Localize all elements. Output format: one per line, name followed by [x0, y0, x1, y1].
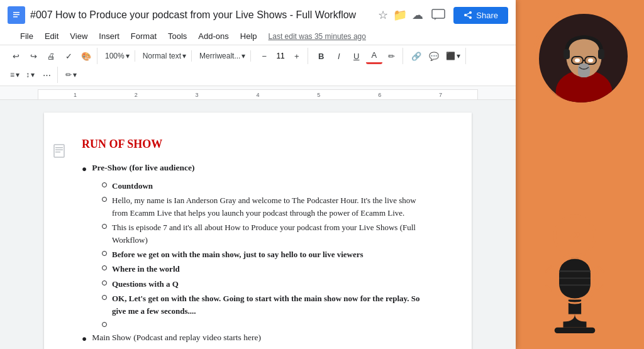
list-item: Where in the world — [102, 263, 434, 275]
svg-rect-13 — [55, 152, 60, 153]
style-value: Normal text — [143, 52, 181, 60]
text-color-button[interactable]: A — [366, 48, 382, 64]
style-dropdown[interactable]: Normal text ▾ — [140, 50, 189, 62]
bullet-dot: ● — [82, 332, 87, 346]
svg-rect-35 — [569, 299, 581, 314]
image-dropdown[interactable]: ⬛▾ — [443, 50, 463, 62]
document-page: RUN OF SHOW ● Pre-Show (for live audienc… — [44, 113, 472, 349]
document-title: #007 How to Produce your podcast from yo… — [30, 9, 373, 21]
document-area: RUN OF SHOW ● Pre-Show (for live audienc… — [0, 100, 516, 349]
menu-help[interactable]: Help — [235, 29, 262, 43]
spellcheck-button[interactable]: ✓ — [60, 48, 77, 64]
sub-item-label: OK, Let's get on with the show. Going to… — [112, 292, 434, 318]
svg-rect-2 — [13, 14, 19, 16]
comment-icon[interactable] — [428, 5, 448, 25]
list-item — [102, 319, 434, 327]
svg-rect-19 — [564, 49, 570, 59]
paint-format-button[interactable]: 🎨 — [78, 48, 94, 64]
toolbar-style-group: Normal text ▾ — [138, 50, 192, 62]
toolbar-zoom-group: 100% ▾ — [100, 50, 135, 62]
menu-addons[interactable]: Add-ons — [193, 29, 233, 43]
share-button[interactable]: Share — [453, 7, 508, 24]
sub-bullet — [102, 265, 107, 270]
toolbar-size-group: − 11 + — [253, 48, 308, 64]
zoom-chevron: ▾ — [126, 52, 130, 60]
svg-line-8 — [465, 13, 470, 15]
svg-line-9 — [465, 15, 470, 18]
font-value: Merriwealt... — [199, 52, 240, 60]
toolbar-undo-group: ↩ ↪ 🖨 ✓ 🎨 — [5, 48, 97, 64]
sub-bullet — [102, 322, 107, 327]
size-increase-button[interactable]: + — [289, 48, 305, 64]
toolbar-font-group: Merriwealt... ▾ — [194, 50, 251, 62]
sub-item-label: Questions with a Q — [112, 278, 179, 291]
menu-edit[interactable]: Edit — [40, 29, 64, 43]
sub-item-label: This is episode 7 and it's all about How… — [112, 221, 434, 247]
sub-item-label: Where in the world — [112, 263, 180, 275]
svg-text:e: e — [570, 222, 580, 248]
undo-button[interactable]: ↩ — [8, 48, 24, 64]
svg-point-26 — [575, 58, 580, 62]
ruler: 1 2 3 4 5 6 7 — [0, 86, 516, 100]
toolbar-link-group: 🔗 💬 ⬛▾ — [406, 48, 466, 64]
toolbar-pen-group: ✏▾ — [60, 69, 82, 80]
redo-button[interactable]: ↪ — [25, 48, 42, 64]
align-dropdown[interactable]: ≡▾ — [8, 69, 22, 80]
zoom-value: 100% — [105, 52, 125, 60]
share-label: Share — [476, 11, 498, 20]
list-item: This is episode 7 and it's all about How… — [102, 221, 434, 247]
more-toolbar[interactable]: ⋯ — [38, 67, 55, 83]
svg-rect-1 — [13, 12, 19, 13]
microphone-icon — [537, 255, 613, 336]
toolbar-align-group: ≡▾ ↕▾ ⋯ — [5, 67, 58, 83]
person-photo — [533, 8, 630, 105]
svg-rect-36 — [555, 328, 596, 333]
folder-icon[interactable]: 📁 — [393, 8, 407, 22]
menu-file[interactable]: File — [15, 29, 38, 43]
sidebar-doc-icon — [53, 144, 65, 161]
underline-button[interactable]: U — [348, 48, 365, 64]
sub-item-label: Hello, my name is Ian Anderson Gray and … — [112, 194, 434, 219]
toolbar-format-group: B I U A ✏ — [311, 48, 403, 64]
italic-button[interactable]: I — [331, 48, 347, 64]
document-content: ● Pre-Show (for live audience) Countdown… — [82, 161, 434, 346]
bold-button[interactable]: B — [313, 48, 330, 64]
cloud-icon[interactable]: ☁ — [412, 8, 423, 22]
zoom-dropdown[interactable]: 100% ▾ — [103, 50, 132, 62]
menu-format[interactable]: Format — [126, 29, 162, 43]
highlight-button[interactable]: ✏ — [384, 48, 400, 64]
svg-rect-11 — [55, 147, 63, 148]
document-heading: RUN OF SHOW — [82, 138, 434, 151]
sub-bullet — [102, 197, 107, 202]
spacing-dropdown[interactable]: ↕▾ — [23, 69, 37, 80]
comment-button[interactable]: 💬 — [426, 48, 442, 64]
sub-bullet — [102, 251, 107, 256]
menu-tools[interactable]: Tools — [163, 29, 192, 43]
svg-rect-25 — [578, 64, 590, 77]
font-dropdown[interactable]: Merriwealt... ▾ — [197, 50, 248, 62]
docs-window: #007 How to Produce your podcast from yo… — [0, 0, 516, 349]
style-chevron: ▾ — [182, 52, 186, 60]
font-size-value: 11 — [274, 52, 287, 60]
svg-rect-31 — [559, 258, 591, 299]
docs-icon — [8, 6, 25, 24]
sub-bullet — [102, 280, 107, 285]
list-item-label: Pre-Show (for live audience) — [92, 161, 194, 176]
sub-item-label: Before we get on with the main show, jus… — [112, 248, 364, 261]
size-decrease-button[interactable]: − — [256, 48, 272, 64]
link-button[interactable]: 🔗 — [408, 48, 425, 64]
pen-dropdown[interactable]: ✏▾ — [63, 69, 79, 80]
svg-line-42 — [598, 285, 604, 291]
list-item: Questions with a Q — [102, 278, 434, 291]
list-item: ● Pre-Show (for live audience) — [82, 161, 434, 176]
list-item: Hello, my name is Ian Anderson Gray and … — [102, 194, 434, 219]
ruler-inner: 1 2 3 4 5 6 7 — [38, 89, 478, 99]
menu-insert[interactable]: Insert — [94, 29, 125, 43]
sub-bullet — [102, 182, 107, 187]
menu-view[interactable]: View — [65, 29, 92, 43]
star-icon[interactable]: ☆ — [378, 8, 388, 22]
print-button[interactable]: 🖨 — [43, 48, 59, 64]
last-edit-info[interactable]: Last edit was 35 minutes ago — [269, 32, 366, 41]
sub-bullet — [102, 224, 107, 229]
list-item: Before we get on with the main show, jus… — [102, 248, 434, 261]
